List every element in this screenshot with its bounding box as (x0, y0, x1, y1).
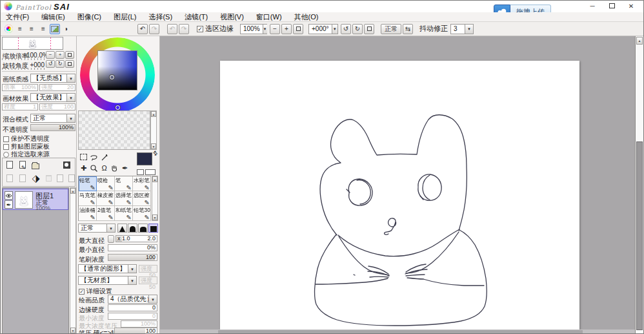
edge-shape-round-button[interactable] (128, 224, 137, 233)
new-folder-button[interactable] (30, 162, 41, 171)
brush-watercolor[interactable]: 水彩笔✎ (133, 176, 151, 191)
canvas-vertical-scrollbar[interactable]: ▲ (635, 36, 643, 334)
panel-layout-button-3[interactable]: ≡ (38, 24, 48, 34)
color-picker-tool[interactable]: ✒ (120, 163, 130, 172)
panel-layout-button-1[interactable]: ≡ (15, 24, 25, 34)
chevron-down-icon[interactable]: ▼ (128, 277, 136, 284)
paper-strength-slider[interactable]: 强度 20 (39, 84, 75, 91)
zoom-in-button[interactable]: + (281, 24, 292, 34)
scratchpad-scrollbar[interactable]: ▲ ▼ (150, 110, 157, 150)
angle-combo[interactable]: +000° ▼ (308, 24, 338, 34)
effect-degree-slider[interactable]: 程度 1 (2, 103, 38, 110)
redo-button[interactable]: ↷ (149, 24, 159, 34)
menu-file[interactable]: 文件(F) (6, 12, 29, 22)
brush-binary-pen[interactable]: 2值笔✎ (97, 206, 115, 221)
zoom-combo[interactable]: 100% ▼ (240, 24, 267, 34)
drawing-canvas[interactable] (220, 61, 579, 329)
merge-down-button[interactable] (17, 174, 28, 183)
color-wheel-panel-button[interactable] (3, 24, 14, 34)
blend-mode-combo[interactable]: 正常 ▼ (30, 114, 75, 123)
minimize-button[interactable]: ─ (583, 1, 602, 12)
normal-view-button[interactable]: 正常 (381, 24, 401, 34)
nav-angle-slider[interactable] (2, 68, 45, 70)
rotate-ccw-button[interactable]: ↺ (341, 24, 351, 34)
diameter-unit-button[interactable] (108, 235, 114, 243)
chevron-down-icon[interactable]: ▼ (148, 295, 157, 303)
close-button[interactable]: ✕ (621, 1, 641, 12)
canvas-horizontal-scrollbar[interactable] (160, 329, 635, 334)
brush-shape-combo[interactable]: 【通常的圆形】 ▼ (78, 264, 137, 273)
navigator-preview[interactable] (2, 37, 63, 50)
opacity-slider[interactable]: 100% (30, 124, 75, 131)
chevron-down-icon[interactable]: ▼ (106, 224, 115, 232)
chevron-down-icon[interactable]: ▼ (66, 74, 75, 82)
brush-paper-pen[interactable]: 和纸笔✎ (115, 206, 133, 221)
rotate-cw-button[interactable]: ↻ (352, 24, 363, 34)
canvas-workspace[interactable]: ▲ (160, 36, 643, 334)
scroll-up-icon[interactable]: ▲ (70, 188, 75, 194)
primary-color-swatch[interactable] (137, 152, 152, 165)
canvas-hscroll-thumb[interactable] (218, 330, 583, 333)
color-value-box[interactable] (145, 169, 156, 175)
selection-redo-button[interactable]: ↷ (179, 24, 189, 34)
angle-reset-button[interactable] (364, 24, 374, 34)
edge-hardness-slider[interactable]: 0 (108, 304, 157, 311)
nav-zoom-in-button[interactable]: + (55, 51, 65, 59)
scroll-up-icon[interactable]: ▲ (152, 176, 157, 182)
chevron-down-icon[interactable]: ▼ (66, 114, 75, 122)
brush-texture-combo[interactable]: 【无材质】 ▼ (78, 276, 137, 285)
chevron-down-icon[interactable]: ▼ (465, 25, 473, 34)
scroll-down-icon[interactable]: ▼ (152, 214, 157, 220)
brush-blend-combo[interactable]: 正常 ▼ (78, 224, 116, 233)
zoom-tool[interactable] (89, 163, 99, 172)
menu-layer[interactable]: 图层(L) (114, 12, 136, 22)
effect-strength-slider[interactable]: 强度 100 (39, 103, 75, 110)
scroll-up-icon[interactable]: ▲ (151, 111, 156, 117)
brush-grid-scrollbar[interactable]: ▲ ▼ (152, 176, 158, 221)
chevron-down-icon[interactable]: ▼ (332, 25, 337, 34)
color-scratchpad[interactable] (78, 110, 150, 150)
delete-layer-button[interactable] (43, 174, 54, 183)
new-lineart-layer-button[interactable]: ✎ (17, 160, 28, 169)
show-image-panel-button[interactable] (50, 24, 60, 34)
half-view-button[interactable]: ◗ (61, 24, 72, 34)
nav-rotate-cw-button[interactable]: ↻ (55, 60, 65, 68)
paint-quality-combo[interactable]: 4（品质优先） ▼ (108, 295, 157, 304)
chevron-down-icon[interactable]: ▼ (128, 265, 136, 273)
clear-layer-button[interactable]: ◪ (30, 174, 41, 183)
copy-layer-button[interactable] (55, 174, 65, 183)
zoom-reset-button[interactable] (293, 24, 303, 34)
brush-bucket[interactable]: 油漆桶✎ (79, 206, 97, 221)
nav-zoom-slider[interactable] (2, 58, 45, 60)
zoom-out-button[interactable]: − (270, 24, 280, 34)
menu-image[interactable]: 图像(C) (77, 12, 101, 22)
layer-row-selected[interactable]: ✒ 图层1 正常 100% (3, 189, 68, 210)
rotate-view-tool[interactable]: Ω (99, 163, 109, 172)
menu-window[interactable]: 窗口(W) (256, 12, 282, 22)
min-density-slider[interactable]: 0 (108, 313, 157, 320)
selection-edge-checkbox[interactable]: ✓ (197, 26, 203, 32)
max-density-pressure-slider[interactable]: 100% (121, 320, 157, 328)
brush-density-slider[interactable]: 100 (108, 254, 157, 261)
min-diameter-slider[interactable]: 0% (108, 244, 157, 251)
scroll-up-icon[interactable]: ▲ (636, 37, 643, 45)
secondary-color-swatch[interactable] (137, 169, 144, 175)
nav-angle-reset-button[interactable] (65, 60, 74, 68)
edge-shape-soft-button[interactable] (138, 224, 148, 233)
brush-pencil[interactable]: 铅笔✎ (79, 176, 97, 191)
saturation-value-square[interactable] (97, 50, 137, 90)
magic-wand-tool[interactable] (99, 152, 109, 162)
layer-list[interactable]: ✒ 图层1 正常 100% (2, 187, 69, 334)
lasso-tool[interactable] (89, 152, 99, 162)
swap-colors-icon[interactable]: ⇆ (152, 149, 159, 157)
hand-tool[interactable] (110, 163, 119, 172)
brush-marker[interactable]: 马克笔✎ (79, 191, 97, 206)
paper-scale-slider[interactable]: 倍率 100% (2, 84, 38, 91)
menu-edit[interactable]: 编辑(E) (41, 12, 65, 22)
brush-eraser[interactable]: 橡皮擦✎ (97, 191, 115, 206)
undo-button[interactable]: ↶ (137, 24, 148, 34)
stabilizer-combo[interactable]: 3 ▼ (450, 24, 474, 34)
marquee-tool[interactable] (79, 152, 88, 162)
edge-shape-flat-button[interactable] (148, 224, 158, 233)
paste-layer-button[interactable] (66, 174, 77, 183)
